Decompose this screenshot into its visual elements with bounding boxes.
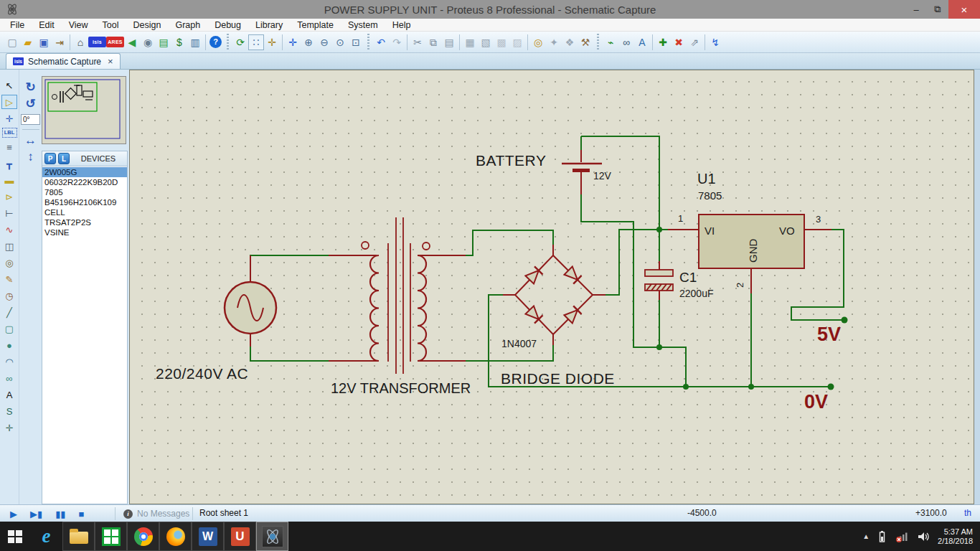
2d-arc-mode[interactable]: ◠ — [1, 354, 17, 369]
make-device[interactable]: ✦ — [546, 34, 562, 50]
tape-recorder-mode[interactable]: ◫ — [1, 239, 17, 253]
menu-item[interactable]: Design — [126, 19, 169, 32]
device-item[interactable]: CELL — [42, 207, 127, 217]
2d-path-mode[interactable]: ∞ — [1, 371, 17, 385]
menu-item[interactable]: Template — [290, 19, 341, 32]
block-move[interactable]: ▧ — [478, 34, 494, 50]
2d-box-mode[interactable]: ▢ — [1, 321, 17, 336]
device-item[interactable]: B45196H2106K109 — [42, 197, 127, 207]
taskbar-word[interactable]: W — [192, 522, 224, 551]
minimize-button[interactable]: – — [905, 0, 927, 19]
menu-item[interactable]: Help — [385, 19, 418, 32]
paste[interactable]: ▤ — [441, 34, 457, 50]
device-item[interactable]: 06032R222K9B20D — [42, 177, 127, 187]
ac-source-vsine[interactable] — [225, 255, 276, 347]
bill-of-materials[interactable]: ▤ — [156, 34, 171, 50]
pan[interactable]: ✛ — [285, 34, 301, 50]
stop-button[interactable]: ■ — [78, 509, 84, 519]
open-folder[interactable]: ▰ — [20, 34, 36, 50]
menu-item[interactable]: View — [62, 19, 95, 32]
zoom-in[interactable]: ⊕ — [301, 34, 316, 50]
search-and-tag[interactable]: ∞ — [618, 34, 634, 50]
menu-item[interactable]: Tool — [95, 19, 126, 32]
bus-mode[interactable]: ┳ — [1, 156, 17, 171]
library-manager-button[interactable]: L — [58, 153, 70, 164]
tab-close-icon[interactable]: × — [108, 56, 113, 67]
play-button[interactable]: ▶ — [10, 509, 17, 519]
selection-mode[interactable]: ↖ — [1, 78, 17, 93]
menu-item[interactable]: Graph — [168, 19, 207, 32]
save[interactable]: ▣ — [36, 34, 52, 50]
mirror-horizontal-icon[interactable]: ↔ — [24, 134, 37, 146]
speaker-icon[interactable] — [917, 530, 930, 543]
battery-icon[interactable] — [877, 530, 887, 543]
decompose[interactable]: ⚒ — [578, 34, 593, 50]
terminal-mode[interactable]: ⊳ — [1, 189, 17, 204]
cut[interactable]: ✂ — [410, 34, 425, 50]
restore-button[interactable]: ⧉ — [927, 0, 948, 19]
subcircuit-mode[interactable]: ▬ — [1, 173, 17, 187]
2d-circle-mode[interactable]: ● — [1, 338, 17, 352]
copy[interactable]: ⧉ — [425, 34, 441, 50]
taskbar-windows-store[interactable] — [95, 522, 127, 551]
world-view[interactable]: ◉ — [140, 34, 156, 50]
overview-panel[interactable] — [42, 76, 126, 144]
device-item[interactable]: VSINE — [42, 227, 127, 237]
graph-mode[interactable]: ∿ — [1, 222, 17, 237]
redo[interactable]: ↷ — [389, 34, 405, 50]
design-explorer[interactable]: ↯ — [707, 34, 723, 50]
pick-devices-button[interactable]: P — [44, 153, 56, 164]
packaging-tool[interactable]: ❖ — [562, 34, 578, 50]
redraw[interactable]: ⟳ — [232, 34, 248, 50]
step-button[interactable]: ▶▮ — [30, 509, 42, 519]
new-sheet[interactable]: ✚ — [655, 34, 671, 50]
zoom-out[interactable]: ⊖ — [316, 34, 332, 50]
device-item[interactable]: TRSAT2P2S — [42, 217, 127, 227]
property-assignment[interactable]: A — [634, 34, 650, 50]
close-button[interactable]: × — [948, 0, 980, 19]
menu-item[interactable]: File — [3, 19, 32, 32]
taskbar-internet-explorer[interactable]: e — [30, 522, 62, 551]
goto-sheet[interactable]: ⇗ — [687, 34, 702, 50]
taskbar-proteus[interactable] — [256, 522, 288, 551]
pick-parts[interactable]: ◎ — [530, 34, 546, 50]
component-mode[interactable]: ▷ — [1, 95, 17, 109]
current-probe-mode[interactable]: ◷ — [1, 288, 17, 303]
voltage-probe-mode[interactable]: ✎ — [1, 272, 17, 286]
text-script-mode[interactable]: ≡ — [1, 140, 17, 154]
taskbar-chrome[interactable] — [127, 522, 159, 551]
rotate-ccw-icon[interactable]: ↺ — [25, 98, 35, 110]
device-item[interactable]: 7805 — [42, 187, 127, 197]
transformer[interactable] — [329, 217, 466, 374]
toggle-grid[interactable]: ∷ — [248, 34, 264, 50]
capacitor-c1[interactable] — [645, 261, 673, 300]
remove-sheet[interactable]: ✖ — [671, 34, 687, 50]
hidden-icons-arrow[interactable]: ▲ — [862, 532, 870, 540]
generator-mode[interactable]: ◎ — [1, 255, 17, 270]
menu-item[interactable]: System — [341, 19, 385, 32]
device-item[interactable]: 2W005G — [42, 167, 127, 177]
bom-cost[interactable]: $ — [171, 34, 187, 50]
electrical-report[interactable]: ▥ — [187, 34, 203, 50]
wire-label-mode[interactable]: LBL — [2, 128, 17, 138]
schematic-canvas[interactable]: VI VO GND 1 3 2 BATTERY — [129, 70, 974, 504]
device-pin-mode[interactable]: ⊢ — [1, 206, 17, 220]
new-file[interactable]: ▢ — [4, 34, 20, 50]
pause-button[interactable]: ▮▮ — [55, 509, 65, 519]
block-rotate[interactable]: ▩ — [494, 34, 509, 50]
wire-autorouter[interactable]: ⌁ — [603, 34, 618, 50]
start-button[interactable] — [0, 522, 30, 551]
rotation-angle-field[interactable] — [21, 114, 40, 125]
taskbar-clock[interactable]: 5:37 AM 2/18/2018 — [938, 527, 973, 546]
menu-item[interactable]: Library — [248, 19, 290, 32]
mirror-vertical-icon[interactable]: ↕ — [27, 151, 34, 163]
zoom-area[interactable]: ⊡ — [348, 34, 364, 50]
block-delete[interactable]: ▨ — [509, 34, 525, 50]
2d-text-mode[interactable]: A — [1, 387, 17, 402]
menu-item[interactable]: Debug — [207, 19, 248, 32]
import-door[interactable]: ⇥ — [52, 34, 67, 50]
undo[interactable]: ↶ — [373, 34, 389, 50]
junction-dot-mode[interactable]: ✛ — [1, 111, 17, 126]
menu-item[interactable]: Edit — [32, 19, 62, 32]
taskbar-file-explorer[interactable] — [62, 522, 95, 551]
